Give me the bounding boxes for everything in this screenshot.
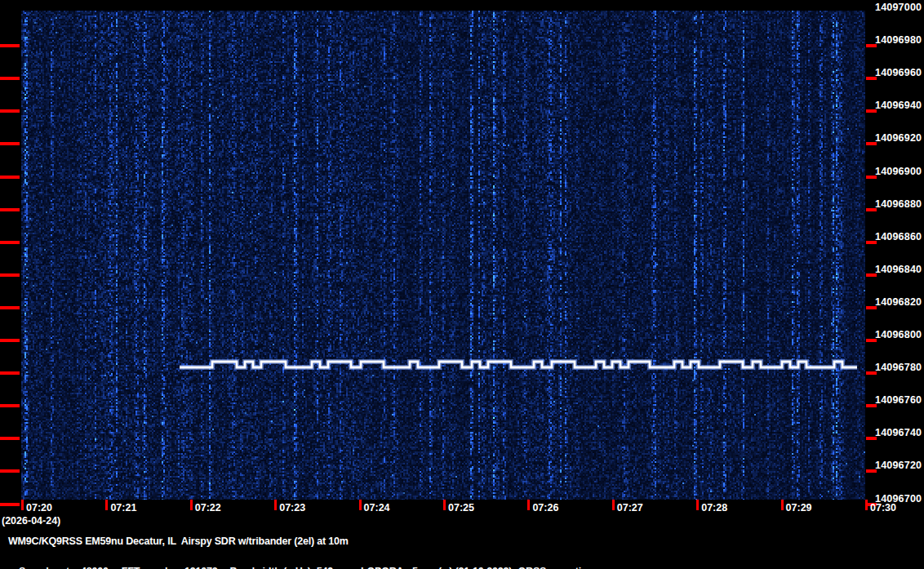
time-tick	[274, 500, 277, 510]
freq-tick-left	[0, 241, 20, 244]
freq-label: 14096740	[875, 426, 922, 439]
time-tick	[21, 500, 24, 510]
freq-label: 14096760	[875, 393, 922, 407]
qrss-grabber-screen: 1409700014096980140969601409694014096920…	[0, 0, 924, 569]
freq-tick-right	[866, 273, 877, 277]
time-tick	[612, 500, 615, 510]
freq-tick-left	[0, 469, 20, 473]
time-tick	[190, 500, 193, 510]
freq-tick-right	[866, 339, 877, 342]
freq-tick-left	[0, 437, 20, 440]
time-label: 07:22	[195, 502, 221, 514]
time-label: 07:20	[26, 502, 52, 514]
freq-tick-left	[0, 404, 20, 407]
freq-label: 14097000	[875, 1, 922, 14]
freq-tick-right	[866, 437, 877, 440]
time-label: 07:23	[279, 502, 305, 514]
time-label: 07:28	[701, 502, 727, 514]
freq-tick-right	[866, 142, 877, 145]
freq-tick-left	[0, 44, 20, 47]
freq-tick-left	[0, 208, 20, 211]
freq-tick-left	[0, 273, 20, 277]
time-tick	[359, 500, 362, 510]
freq-tick-right	[866, 44, 877, 47]
time-label: 07:24	[364, 502, 390, 514]
freq-tick-left	[0, 339, 20, 342]
freq-tick-right	[866, 241, 877, 244]
time-tick	[527, 500, 530, 510]
freq-tick-right	[866, 469, 877, 473]
freq-tick-left	[0, 371, 20, 375]
freq-label: 14096840	[875, 263, 922, 276]
time-label: 07:26	[532, 502, 558, 514]
freq-tick-left	[0, 503, 20, 506]
date-label: (2026-04-24)	[2, 515, 60, 527]
freq-tick-left	[0, 176, 20, 179]
freq-label: 14096980	[875, 33, 922, 47]
freq-tick-right	[866, 77, 877, 80]
freq-tick-right	[866, 109, 877, 113]
time-label: 07:30	[870, 502, 896, 514]
freq-label: 14096880	[875, 198, 922, 211]
freq-tick-right	[866, 306, 877, 309]
time-label: 07:21	[110, 502, 136, 514]
freq-tick-left	[0, 142, 20, 145]
fft-samples-text: FFTsamples: 131072	[122, 566, 218, 569]
freq-label: 14096820	[875, 296, 922, 309]
time-tick	[105, 500, 108, 510]
time-label: 07:27	[617, 502, 643, 514]
freq-label: 14096800	[875, 328, 922, 341]
time-label: 07:29	[786, 502, 812, 514]
capture-settings-line: Sample rate: 48000FFTsamples: 131072Band…	[8, 554, 593, 569]
time-tick	[443, 500, 446, 510]
time-label: 07:25	[448, 502, 474, 514]
freq-label: 14096960	[875, 66, 922, 79]
freq-tick-left	[0, 306, 20, 309]
freq-tick-left	[0, 77, 20, 80]
station-info-line: WM9C/KQ9RSS EM59nu Decatur, IL Airspy SD…	[8, 536, 349, 547]
freq-tick-right	[866, 371, 877, 375]
spectrogram-canvas	[21, 11, 865, 500]
freq-tick-right	[866, 208, 877, 211]
bandwidth-text: Bandwidth (mHz): 549	[230, 566, 334, 569]
time-tick	[781, 500, 784, 510]
time-tick	[696, 500, 699, 510]
freq-label: 14096940	[875, 99, 922, 112]
freq-label: 14096860	[875, 230, 922, 243]
freq-tick-right	[866, 176, 877, 179]
freq-label: 14096900	[875, 165, 922, 178]
freq-label: 14096780	[875, 361, 922, 374]
sample-rate-text: Sample rate: 48000	[19, 566, 109, 569]
freq-tick-right	[866, 404, 877, 407]
freq-label: 14096920	[875, 131, 922, 144]
freq-label: 14096720	[875, 459, 922, 472]
software-version-text: LOPORA-v5g.py(w) (21-10-2023): QRSS rece…	[361, 566, 593, 569]
time-tick	[865, 500, 868, 510]
freq-tick-left	[0, 109, 20, 113]
